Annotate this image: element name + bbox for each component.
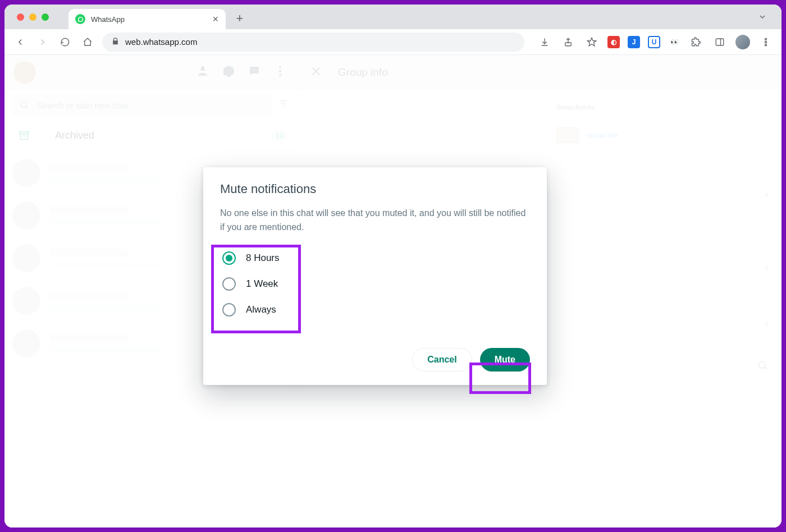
svg-point-5 bbox=[765, 41, 767, 43]
radio-option-8-hours[interactable]: 8 Hours bbox=[222, 251, 530, 265]
extension-icon[interactable]: U bbox=[648, 36, 660, 48]
svg-marker-1 bbox=[588, 38, 596, 45]
nav-reload-button[interactable] bbox=[57, 34, 73, 50]
site-lock-icon bbox=[111, 37, 120, 47]
window-close-button[interactable] bbox=[17, 13, 24, 21]
new-tab-button[interactable]: + bbox=[231, 10, 248, 27]
radio-option-always[interactable]: Always bbox=[222, 303, 530, 317]
whatsapp-favicon bbox=[75, 14, 85, 24]
address-bar-url: web.whatsapp.com bbox=[125, 37, 197, 47]
radio-label: Always bbox=[246, 304, 276, 315]
share-icon[interactable] bbox=[560, 34, 576, 50]
extension-icon[interactable]: ◐ bbox=[607, 36, 620, 48]
modal-description: No one else in this chat will see that y… bbox=[220, 207, 530, 235]
extensions-puzzle-icon[interactable] bbox=[688, 34, 704, 50]
radio-icon bbox=[222, 251, 236, 265]
modal-title: Mute notifications bbox=[220, 182, 530, 196]
radio-label: 8 Hours bbox=[246, 253, 280, 264]
browser-menu-icon[interactable] bbox=[758, 34, 774, 50]
browser-tab-strip: WhatsApp ✕ + bbox=[4, 4, 782, 29]
browser-toolbar: web.whatsapp.com ◐ J U 👀 bbox=[4, 29, 782, 55]
svg-rect-2 bbox=[716, 39, 724, 45]
window-minimize-button[interactable] bbox=[29, 13, 36, 21]
radio-option-1-week[interactable]: 1 Week bbox=[222, 277, 530, 291]
tab-title: WhatsApp bbox=[91, 15, 125, 24]
nav-back-button[interactable] bbox=[12, 34, 28, 50]
window-zoom-button[interactable] bbox=[42, 13, 49, 21]
side-panel-icon[interactable] bbox=[712, 34, 728, 50]
browser-tab[interactable]: WhatsApp ✕ bbox=[68, 9, 226, 29]
radio-icon bbox=[222, 303, 236, 317]
bookmark-star-icon[interactable] bbox=[584, 34, 600, 50]
downloads-icon[interactable] bbox=[537, 34, 552, 50]
nav-home-button[interactable] bbox=[80, 34, 95, 50]
nav-forward-button[interactable] bbox=[35, 34, 51, 50]
svg-point-4 bbox=[765, 38, 767, 40]
radio-label: 1 Week bbox=[246, 278, 278, 290]
extension-icon[interactable]: 👀 bbox=[668, 36, 680, 48]
radio-icon bbox=[222, 277, 236, 291]
address-bar[interactable]: web.whatsapp.com bbox=[102, 33, 524, 52]
extension-icon[interactable]: J bbox=[628, 36, 640, 48]
tab-overflow-button[interactable] bbox=[758, 12, 767, 24]
mute-duration-radio-group: 8 Hours 1 Week Always bbox=[220, 249, 530, 322]
mute-button[interactable]: Mute bbox=[480, 348, 530, 372]
window-controls bbox=[17, 13, 49, 21]
tab-close-icon[interactable]: ✕ bbox=[212, 15, 219, 24]
mute-notifications-modal: Mute notifications No one else in this c… bbox=[203, 167, 547, 385]
svg-point-6 bbox=[765, 44, 767, 45]
profile-avatar[interactable] bbox=[735, 35, 750, 49]
cancel-button[interactable]: Cancel bbox=[412, 348, 472, 372]
